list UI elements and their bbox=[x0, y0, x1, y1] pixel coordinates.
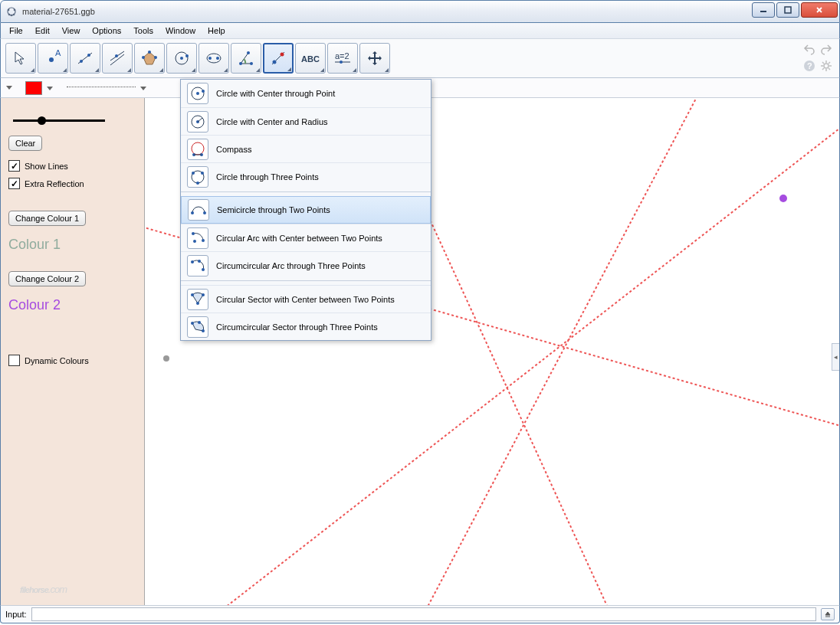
extra-reflection-row[interactable]: Extra Reflection bbox=[8, 178, 136, 189]
circle-3pts-icon bbox=[187, 166, 208, 188]
tool-move[interactable] bbox=[5, 43, 36, 74]
redo-icon[interactable] bbox=[819, 42, 833, 56]
dd-circumcircular-sector[interactable]: Circumcircular Sector through Three Poin… bbox=[181, 312, 431, 340]
svg-point-54 bbox=[202, 90, 205, 93]
svg-point-17 bbox=[115, 54, 118, 57]
tool-slider[interactable]: a=2 bbox=[327, 43, 358, 74]
dynamic-colours-row[interactable]: Dynamic Colours bbox=[8, 355, 136, 366]
line-style-dropdown-icon[interactable] bbox=[140, 83, 146, 93]
svg-point-63 bbox=[192, 172, 195, 175]
svg-point-10 bbox=[49, 57, 54, 62]
dynamic-colours-label: Dynamic Colours bbox=[25, 356, 89, 365]
svg-text:a=2: a=2 bbox=[335, 52, 349, 61]
tool-move-view[interactable] bbox=[359, 43, 390, 74]
menu-options[interactable]: Options bbox=[87, 25, 126, 37]
sector-center-icon bbox=[187, 289, 208, 310]
svg-point-74 bbox=[191, 293, 194, 296]
compass-icon bbox=[187, 139, 208, 160]
circle-center-radius-icon bbox=[187, 111, 208, 133]
svg-point-73 bbox=[202, 268, 205, 271]
dd-circle-three-points[interactable]: Circle through Three Points bbox=[181, 162, 431, 190]
dd-circle-center-point[interactable]: Circle with Center through Point bbox=[181, 80, 431, 107]
svg-point-76 bbox=[196, 302, 199, 305]
tool-polygon[interactable] bbox=[134, 43, 165, 74]
close-button[interactable] bbox=[801, 2, 838, 18]
dd-label: Circular Sector with Center between Two … bbox=[216, 295, 395, 304]
svg-point-2 bbox=[14, 9, 16, 11]
maximize-button[interactable] bbox=[776, 2, 799, 18]
tool-text[interactable]: ABC bbox=[295, 43, 326, 74]
change-colour-1-button[interactable]: Change Colour 1 bbox=[8, 211, 86, 226]
color-dropdown-icon[interactable] bbox=[47, 83, 53, 93]
dd-label: Circular Arc with Center between Two Poi… bbox=[216, 234, 382, 243]
dd-circumcircular-arc[interactable]: Circumcircular Arc through Three Points bbox=[181, 251, 431, 279]
change-colour-2-button[interactable]: Change Colour 2 bbox=[8, 271, 86, 286]
toolbar-right-icons: ? bbox=[802, 42, 833, 73]
menu-edit[interactable]: Edit bbox=[30, 25, 55, 37]
menu-help[interactable]: Help bbox=[202, 25, 231, 37]
svg-text:A: A bbox=[55, 50, 61, 57]
tool-angle[interactable] bbox=[231, 43, 261, 74]
line-style-picker[interactable] bbox=[67, 87, 136, 91]
tool-line[interactable] bbox=[70, 43, 100, 74]
tool-point[interactable]: A bbox=[38, 43, 68, 74]
show-lines-label: Show Lines bbox=[25, 162, 68, 171]
point-marker-purple[interactable] bbox=[779, 195, 787, 202]
svg-point-1 bbox=[8, 9, 10, 11]
tool-reflect[interactable] bbox=[263, 43, 294, 74]
svg-point-26 bbox=[216, 57, 219, 60]
dd-label: Circle with Center and Radius bbox=[216, 117, 328, 126]
dd-circle-center-radius[interactable]: Circle with Center and Radius bbox=[181, 107, 431, 135]
svg-line-47 bbox=[822, 68, 824, 70]
svg-point-18 bbox=[148, 51, 151, 54]
dd-separator bbox=[181, 191, 431, 195]
help-icon[interactable]: ? bbox=[802, 59, 816, 73]
svg-point-20 bbox=[142, 56, 145, 59]
colour-1-label: Colour 1 bbox=[8, 237, 136, 253]
svg-point-77 bbox=[191, 322, 194, 325]
right-panel-toggle[interactable]: ◂ bbox=[832, 343, 839, 371]
show-lines-checkbox[interactable] bbox=[8, 160, 20, 172]
tool-circle[interactable] bbox=[166, 43, 197, 74]
dd-label: Circumcircular Sector through Three Poin… bbox=[216, 322, 378, 332]
svg-point-39 bbox=[824, 64, 829, 68]
input-field[interactable] bbox=[31, 607, 816, 621]
svg-point-27 bbox=[239, 62, 242, 65]
menu-file[interactable]: File bbox=[4, 25, 28, 37]
slider-control[interactable] bbox=[13, 119, 105, 122]
svg-line-51 bbox=[413, 98, 704, 605]
window-buttons bbox=[750, 2, 838, 18]
style-toggle-icon[interactable] bbox=[5, 83, 13, 93]
dd-semicircle[interactable]: Semicircle through Two Points bbox=[181, 196, 431, 224]
svg-point-19 bbox=[154, 56, 157, 59]
svg-point-3 bbox=[11, 15, 13, 17]
menu-window[interactable]: Window bbox=[160, 25, 201, 37]
tool-parallel[interactable] bbox=[102, 43, 133, 74]
menu-view[interactable]: View bbox=[57, 25, 86, 37]
svg-text:ABC: ABC bbox=[301, 54, 320, 64]
dd-circular-arc[interactable]: Circular Arc with Center between Two Poi… bbox=[181, 224, 431, 251]
dd-compass[interactable]: Compass bbox=[181, 135, 431, 162]
dd-label: Circle with Center through Point bbox=[216, 89, 335, 98]
show-lines-row[interactable]: Show Lines bbox=[8, 160, 136, 172]
undo-icon[interactable] bbox=[802, 42, 816, 56]
tool-ellipse[interactable] bbox=[199, 43, 229, 74]
svg-point-23 bbox=[185, 54, 189, 57]
svg-point-4 bbox=[8, 14, 11, 16]
svg-point-70 bbox=[193, 240, 196, 243]
clear-button[interactable]: Clear bbox=[8, 136, 42, 151]
menu-tools[interactable]: Tools bbox=[128, 25, 159, 37]
dynamic-colours-checkbox[interactable] bbox=[8, 355, 20, 366]
colour-2-label: Colour 2 bbox=[8, 297, 136, 313]
minimize-button[interactable] bbox=[752, 2, 775, 18]
point-marker-grey[interactable] bbox=[163, 355, 169, 362]
input-history-icon[interactable] bbox=[821, 608, 835, 620]
svg-point-71 bbox=[191, 260, 194, 263]
svg-point-32 bbox=[281, 53, 284, 57]
watermark: filehorse.com bbox=[20, 576, 67, 597]
dd-circular-sector[interactable]: Circular Sector with Center between Two … bbox=[181, 285, 431, 312]
gear-icon[interactable] bbox=[819, 59, 833, 73]
svg-point-65 bbox=[196, 182, 199, 185]
extra-reflection-checkbox[interactable] bbox=[8, 178, 20, 189]
color-picker[interactable] bbox=[25, 81, 42, 95]
